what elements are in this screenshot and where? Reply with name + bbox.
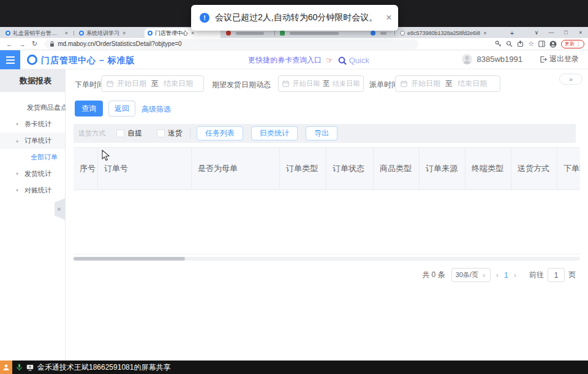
prev-page-button[interactable]: ‹ (496, 270, 499, 280)
tab2-favicon (79, 31, 84, 36)
end-date-placeholder: 结束日期 (458, 78, 487, 89)
tab3-close-icon[interactable]: × (191, 30, 194, 36)
order-time-range-input[interactable]: 开始日期 至 结束日期 (101, 75, 204, 92)
tab1-label: 礼盒营销平台管理中心 (13, 29, 62, 37)
logout-button[interactable]: 退出登录 (540, 54, 579, 64)
dispatch-time-range-input[interactable]: 开始日期 至 结束日期 (395, 75, 500, 92)
range-separator: 至 (323, 79, 330, 88)
tab4-favicon (226, 31, 231, 36)
horizontal-scrollbar[interactable] (74, 257, 580, 261)
quick-search-icon[interactable] (338, 56, 347, 65)
sidebar-item-label: 券卡统计 (24, 120, 51, 129)
toast-close-icon[interactable]: × (386, 13, 391, 23)
browser-menu-chevron[interactable]: ∨ (529, 27, 544, 38)
sidebar-item-shipping-inventory[interactable]: 发货商品盘点 (0, 99, 65, 116)
back-icon[interactable]: ← (6, 40, 13, 48)
column-header-order-no: 订单号 (98, 148, 192, 189)
tab5-label-blurred (290, 32, 339, 35)
quick-query-link[interactable]: 更快捷的券卡查询入口 (248, 55, 322, 66)
expand-filters-button[interactable]: » (559, 74, 582, 85)
export-button[interactable]: 导出 (306, 126, 337, 140)
screenshare-bar: 金禾通技术王斌18662591081的屏幕共享 (0, 361, 588, 374)
window-close-button[interactable]: × (573, 27, 588, 38)
address-bar[interactable]: md.maboy.cn/OrderStatisticsDetail?objtyp… (45, 39, 418, 49)
expected-delivery-range-input[interactable]: 开始日期 至 结束日期 (278, 75, 364, 92)
delivery-label[interactable]: 送货 (168, 128, 183, 139)
username: 8385wb1991 (477, 55, 522, 64)
sharer-avatar-icon (0, 361, 12, 374)
scrollbar-thumb[interactable] (74, 257, 185, 261)
sidebar-item-label: 全部订单 (31, 153, 58, 162)
advanced-filter-link[interactable]: 高级筛选 (141, 104, 171, 115)
chrome-update-button[interactable]: 更新 ⋮ (561, 40, 584, 48)
column-header-order-time: 下单时间 (557, 148, 580, 189)
sidebar-item-reconciliation-stats[interactable]: ▾ 对账统计 (0, 182, 65, 199)
screenshare-icon (26, 364, 34, 371)
logout-label: 退出登录 (549, 54, 579, 64)
zoom-icon[interactable] (506, 40, 513, 47)
caret-down-icon: ▾ (16, 171, 18, 177)
app-logo (27, 55, 37, 65)
table-toolbar: 送货方式 自提 送货 任务列表 归类统计 导出 (74, 124, 576, 143)
tab-separator (74, 31, 74, 36)
column-header-order-source: 订单来源 (420, 148, 466, 189)
tab1-close-icon[interactable]: × (65, 30, 68, 36)
sidebar-item-all-orders[interactable]: 全部订单 (0, 149, 65, 166)
column-header-index: 序号 (74, 148, 98, 189)
tab6-favicon (371, 31, 375, 36)
browser-tab-2[interactable]: 系统培训学习 × (76, 28, 141, 38)
pickup-checkbox[interactable] (116, 129, 124, 137)
new-tab-button[interactable]: + (507, 29, 517, 37)
quick-word[interactable]: Quick (349, 56, 369, 65)
sidebar-collapse-handle[interactable]: ≡ (53, 198, 66, 220)
calendar-icon (282, 80, 289, 87)
lock-icon (50, 41, 55, 47)
tab7-close-icon[interactable]: × (483, 30, 486, 36)
browser-urlbar: ← → ↻ md.maboy.cn/OrderStatisticsDetail?… (0, 38, 588, 50)
tab4-label-blurred (236, 32, 264, 35)
delivery-checkbox[interactable] (157, 129, 165, 137)
column-header-terminal-type: 终端类型 (466, 148, 511, 189)
window-minimize-button[interactable]: — (544, 27, 559, 38)
current-page[interactable]: 1 (504, 271, 508, 280)
column-header-order-status: 订单状态 (326, 148, 374, 189)
pickup-label[interactable]: 自提 (127, 128, 142, 139)
task-list-button[interactable]: 任务列表 (197, 126, 243, 140)
sidebar-item-label: 发货统计 (24, 169, 51, 178)
forward-icon[interactable]: → (19, 40, 26, 48)
caret-down-icon: ▾ (16, 121, 18, 127)
goto-page-input[interactable] (548, 268, 565, 282)
side-panel-icon[interactable] (538, 40, 545, 47)
pagination: 共 0 条 30条/页 ∨ ‹ 1 › 前往 页 (422, 268, 576, 282)
user-avatar[interactable] (462, 54, 472, 64)
tab3-label: 门店管理中心 (155, 29, 188, 37)
browser-tab-1[interactable]: 礼盒营销平台管理中心 × (2, 28, 71, 38)
more-icon: ⋮ (576, 41, 581, 47)
next-page-button[interactable]: › (514, 270, 516, 280)
category-stats-button[interactable]: 归类统计 (251, 126, 298, 140)
reload-icon[interactable]: ↻ (32, 40, 37, 48)
window-maximize-button[interactable]: □ (559, 27, 573, 38)
browser-tab-7[interactable]: e8c573980b1328a258fd2e6i8 × (397, 28, 495, 38)
calendar-icon (107, 80, 113, 87)
tab2-close-icon[interactable]: × (123, 30, 126, 36)
page-size-select[interactable]: 30条/页 ∨ (451, 268, 491, 282)
caret-down-icon: ▾ (16, 188, 18, 193)
bookmark-star-icon[interactable]: ☆ (528, 40, 534, 48)
sidebar: 数据报表 发货商品盘点 ▾ 券卡统计 ▴ 订单统计 全部订单 ▾ 发货统计 ▾ … (0, 69, 66, 361)
filter-label-order-time: 下单时间 (75, 80, 104, 90)
sidebar-item-coupon-stats[interactable]: ▾ 券卡统计 (0, 116, 65, 132)
end-date-placeholder: 结束日期 (164, 78, 193, 89)
end-date-placeholder: 结束日期 (333, 79, 360, 88)
key-icon[interactable] (495, 40, 502, 47)
tab5-favicon (280, 31, 285, 36)
hamburger-menu-button[interactable] (0, 50, 20, 69)
sidebar-item-order-stats[interactable]: ▴ 订单统计 (0, 132, 65, 149)
sidebar-item-delivery-stats[interactable]: ▾ 发货统计 (0, 166, 65, 182)
share-icon[interactable] (517, 40, 524, 47)
goto-label: 前往 (529, 270, 544, 280)
profile-icon[interactable] (549, 40, 557, 48)
filter-label-expected-delivery: 期望发货日期动态 (212, 80, 271, 90)
back-button[interactable]: 返回 (108, 101, 135, 116)
query-button[interactable]: 查询 (75, 101, 103, 116)
